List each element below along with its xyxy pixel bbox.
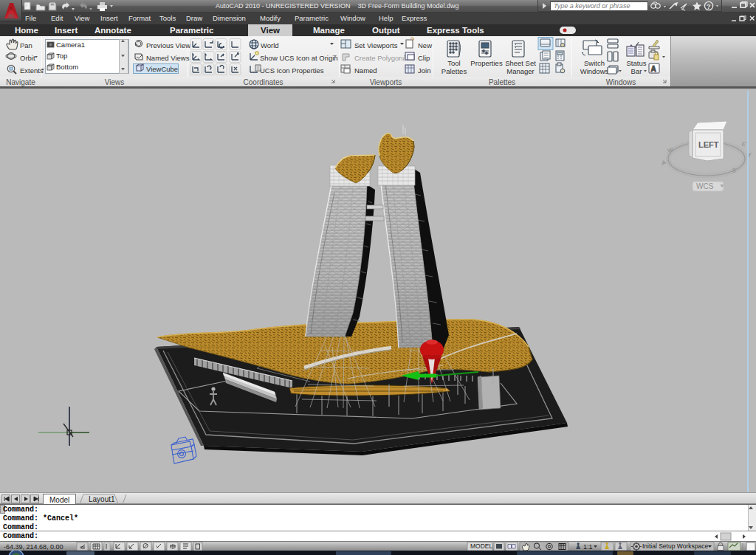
svg-text:E: E — [740, 140, 746, 148]
svg-text:?: ? — [707, 3, 711, 10]
svg-text:S: S — [732, 167, 737, 174]
svg-text:MODEL: MODEL — [470, 542, 493, 550]
svg-text:A: A — [651, 65, 656, 73]
svg-text:LEFT: LEFT — [698, 140, 719, 149]
svg-text:Layout1: Layout1 — [89, 495, 115, 503]
svg-text:1:1: 1:1 — [583, 543, 593, 551]
svg-text:WCS: WCS — [696, 182, 714, 190]
svg-text:Initial Setup Workspace: Initial Setup Workspace — [642, 542, 708, 550]
